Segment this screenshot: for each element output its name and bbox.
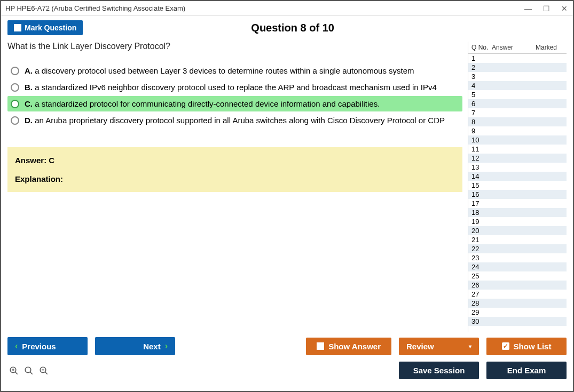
choice-text: C. a standardized protocol for communica…	[25, 99, 380, 108]
col-marked: Marked	[536, 44, 565, 51]
row-qno: 28	[468, 299, 491, 307]
question-list-row[interactable]: 25	[468, 271, 567, 281]
choice-row[interactable]: D. an Aruba proprietary discovery protoc…	[7, 113, 462, 128]
zoom-controls	[7, 365, 49, 376]
question-list-row[interactable]: 17	[468, 199, 567, 208]
app-window: HP HPE6-A72 (Aruba Certified Switching A…	[0, 0, 574, 392]
question-list-row[interactable]: 4	[468, 81, 567, 90]
question-list-row[interactable]: 5	[468, 90, 567, 99]
choice-row[interactable]: B. a standardized IPv6 neighbor discover…	[7, 79, 462, 95]
row-qno: 19	[468, 218, 491, 226]
row-qno: 5	[468, 91, 491, 99]
row-qno: 23	[468, 254, 491, 262]
radio-icon[interactable]	[11, 100, 19, 108]
svg-point-4	[25, 367, 31, 373]
question-list-row[interactable]: 27	[468, 290, 567, 299]
row-qno: 24	[468, 263, 491, 271]
question-list-panel: Q No. Answer Marked 12345678910111213141…	[468, 42, 567, 332]
row-qno: 26	[468, 281, 491, 289]
question-list-row[interactable]: 3	[468, 72, 567, 81]
question-list-row[interactable]: 13	[468, 163, 567, 172]
show-list-label: Show List	[514, 342, 552, 351]
question-list-row[interactable]: 28	[468, 299, 567, 308]
show-list-button[interactable]: ✓ Show List	[486, 338, 567, 355]
chevron-right-icon: ›	[165, 341, 168, 351]
row-qno: 16	[468, 190, 491, 198]
review-button[interactable]: Review ▾	[399, 338, 479, 355]
svg-line-1	[15, 372, 18, 374]
end-exam-button[interactable]: End Exam	[486, 362, 567, 379]
question-list-row[interactable]: 26	[468, 281, 567, 290]
question-list-row[interactable]: 24	[468, 262, 567, 271]
row-qno: 2	[468, 63, 491, 71]
end-exam-label: End Exam	[507, 366, 546, 375]
choice-row[interactable]: C. a standardized protocol for communica…	[7, 96, 462, 111]
question-list-header: Q No. Answer Marked	[468, 42, 567, 54]
question-list-row[interactable]: 12	[468, 154, 567, 163]
zoom-out-icon[interactable]	[38, 365, 49, 376]
svg-line-7	[45, 372, 48, 374]
explanation-label: Explanation:	[15, 174, 455, 183]
row-qno: 1	[468, 54, 491, 62]
question-list-body[interactable]: 1234567891011121314151617181920212223242…	[468, 54, 567, 332]
question-panel: What is the Link Layer Discovery Protoco…	[7, 42, 468, 332]
save-session-label: Save Session	[413, 366, 465, 375]
question-list-row[interactable]: 1	[468, 54, 567, 63]
row-qno: 7	[468, 109, 491, 117]
question-list-row[interactable]: 10	[468, 135, 567, 145]
question-list-row[interactable]: 11	[468, 145, 567, 154]
question-list-row[interactable]: 2	[468, 63, 567, 72]
col-answer: Answer	[492, 44, 536, 51]
question-list-row[interactable]: 20	[468, 226, 567, 235]
previous-label: Previous	[22, 342, 56, 351]
question-list-row[interactable]: 8	[468, 117, 567, 126]
next-label: Next	[143, 342, 161, 351]
row-qno: 17	[468, 199, 491, 207]
question-list-row[interactable]: 29	[468, 308, 567, 317]
window-title: HP HPE6-A72 (Aruba Certified Switching A…	[5, 4, 524, 12]
row-qno: 8	[468, 118, 491, 126]
checkmark-icon: ✓	[502, 342, 509, 350]
choice-text: D. an Aruba proprietary discovery protoc…	[25, 116, 445, 125]
zoom-in-icon[interactable]	[9, 365, 19, 376]
review-label: Review	[406, 342, 434, 351]
caret-down-icon: ▾	[469, 343, 471, 349]
checkbox-icon	[317, 342, 324, 350]
question-list-row[interactable]: 22	[468, 244, 567, 253]
question-list-row[interactable]: 30	[468, 317, 567, 326]
row-qno: 4	[468, 82, 491, 90]
question-list-row[interactable]: 7	[468, 108, 567, 117]
choices-container: A. a discovery protocol used between Lay…	[7, 63, 462, 128]
row-qno: 13	[468, 163, 491, 171]
question-list-row[interactable]: 23	[468, 253, 567, 262]
question-list-row[interactable]: 21	[468, 235, 567, 244]
col-qno: Q No.	[469, 44, 492, 51]
row-qno: 15	[468, 181, 491, 189]
question-list-row[interactable]: 9	[468, 126, 567, 135]
question-list-row[interactable]: 18	[468, 208, 567, 217]
row-qno: 30	[468, 317, 491, 325]
answer-label: Answer: C	[15, 156, 455, 165]
zoom-reset-icon[interactable]	[23, 365, 34, 376]
show-answer-button[interactable]: Show Answer	[306, 338, 391, 355]
titlebar: HP HPE6-A72 (Aruba Certified Switching A…	[1, 1, 573, 16]
row-qno: 14	[468, 172, 491, 180]
main-area: What is the Link Layer Discovery Protoco…	[1, 42, 573, 332]
question-list-row[interactable]: 19	[468, 217, 567, 226]
question-list-row[interactable]: 14	[468, 172, 567, 181]
close-icon[interactable]: ✕	[560, 4, 569, 13]
radio-icon[interactable]	[11, 67, 19, 75]
previous-button[interactable]: ‹ Previous	[7, 337, 88, 355]
question-list-row[interactable]: 6	[468, 99, 567, 108]
row-qno: 12	[468, 154, 491, 162]
save-session-button[interactable]: Save Session	[399, 362, 479, 379]
row-qno: 22	[468, 245, 491, 253]
question-list-row[interactable]: 15	[468, 181, 567, 190]
choice-row[interactable]: A. a discovery protocol used between Lay…	[7, 63, 462, 78]
question-list-row[interactable]: 16	[468, 190, 567, 199]
radio-icon[interactable]	[11, 83, 19, 92]
radio-icon[interactable]	[11, 116, 19, 125]
next-button[interactable]: Next ›	[95, 337, 175, 355]
minimize-icon[interactable]: —	[524, 4, 532, 13]
maximize-icon[interactable]: ☐	[542, 4, 551, 13]
